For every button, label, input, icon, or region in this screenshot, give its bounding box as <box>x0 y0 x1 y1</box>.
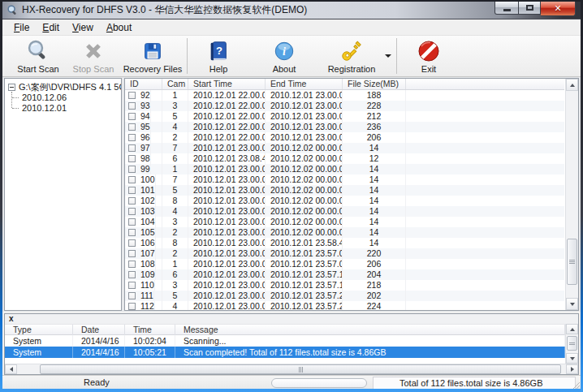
col-file-size[interactable]: File Size(MB) <box>343 79 406 89</box>
menu-edit[interactable]: Edit <box>36 20 66 35</box>
minimize-button[interactable] <box>494 2 519 15</box>
log-horizontal-scrollbar[interactable] <box>5 364 578 374</box>
row-checkbox[interactable] <box>128 166 136 173</box>
title-bar[interactable]: HX-Recovery for DHFS V3.0 - 华信大华监控数据恢复软件… <box>2 2 581 19</box>
menu-view[interactable]: View <box>66 20 100 35</box>
about-button[interactable]: i About <box>247 36 322 76</box>
row-checkbox[interactable] <box>128 123 136 131</box>
log-col-type[interactable]: Type <box>5 325 73 335</box>
table-row[interactable]: 103 4 2010.12.01 23.00.01 2010.12.02 00.… <box>125 206 564 217</box>
tree-root-item[interactable]: G:\案例\DVR\DHFS 4.1 5G.img <box>8 81 119 93</box>
scroll-down-icon[interactable] <box>566 353 578 364</box>
table-row[interactable]: 96 2 2010.12.01 22.00.00 2010.12.01 23.0… <box>125 132 564 143</box>
table-row[interactable]: 108 1 2010.12.01 23.00.02 2010.12.01 23.… <box>125 259 564 269</box>
menu-file[interactable]: File <box>7 20 36 35</box>
row-checkbox[interactable] <box>128 144 136 152</box>
row-checkbox[interactable] <box>128 229 136 236</box>
log-close-button[interactable]: x <box>9 315 14 323</box>
scroll-right-icon[interactable] <box>566 364 578 374</box>
col-id[interactable]: ID <box>125 79 162 89</box>
table-row[interactable]: 105 2 2010.12.01 23.00.01 2010.12.02 00.… <box>125 227 564 238</box>
log-col-message[interactable]: Message <box>175 325 565 335</box>
row-checkbox[interactable] <box>128 292 136 299</box>
start-scan-button[interactable]: Start Scan <box>11 36 66 76</box>
table-row[interactable]: 95 4 2010.12.01 22.00.01 2010.12.01 23.0… <box>125 122 564 132</box>
recovery-files-button[interactable]: Recovery Files <box>121 36 184 76</box>
cell-id: 102 <box>140 196 156 206</box>
row-checkbox[interactable] <box>128 250 136 257</box>
stop-scan-button[interactable]: Stop Scan <box>66 36 121 76</box>
registration-dropdown[interactable] <box>382 36 394 76</box>
table-row[interactable]: 93 3 2010.12.01 22.00.01 2010.12.01 23.0… <box>125 101 564 111</box>
col-start-time[interactable]: Start Time <box>188 79 266 89</box>
table-row[interactable]: 92 1 2010.12.01 22.00.00 2010.12.01 23.0… <box>125 90 564 101</box>
cell-start-time: 2010.12.01 22.00.01 <box>188 101 266 111</box>
scroll-down-icon[interactable] <box>566 298 578 310</box>
table-row[interactable]: 106 8 2010.12.01 23.00.01 2010.12.01 23.… <box>125 238 564 248</box>
log-vertical-scrollbar[interactable] <box>565 324 578 364</box>
scroll-up-icon[interactable] <box>566 79 578 91</box>
table-row[interactable]: 99 1 2010.12.01 23.00.01 2010.12.02 00.0… <box>125 164 564 174</box>
scroll-thumb[interactable] <box>40 364 561 374</box>
tree-date-label: 2010.12.06 <box>22 93 67 102</box>
collapse-icon[interactable] <box>8 84 15 91</box>
cell-file-size: 14 <box>343 174 406 185</box>
row-checkbox[interactable] <box>128 282 136 289</box>
log-row[interactable]: System 2014/4/16 10:05:21 Scan completed… <box>5 347 565 358</box>
cell-start-time: 2010.12.01 23.00.02 <box>188 174 266 185</box>
scroll-up-icon[interactable] <box>566 324 578 334</box>
row-checkbox[interactable] <box>128 197 136 205</box>
log-col-date[interactable]: Date <box>73 325 125 335</box>
row-checkbox[interactable] <box>128 155 136 162</box>
registration-button[interactable]: Registration <box>322 36 382 76</box>
table-row[interactable]: 109 6 2010.12.01 23.00.01 2010.12.01 23.… <box>125 269 564 280</box>
col-end-time[interactable]: End Time <box>266 79 343 89</box>
row-checkbox[interactable] <box>128 102 136 110</box>
table-row[interactable]: 102 8 2010.12.01 23.00.02 2010.12.02 00.… <box>125 196 564 206</box>
cell-start-time: 2010.12.01 23.00.01 <box>188 164 266 174</box>
exit-button[interactable]: Exit <box>399 36 458 76</box>
table-vertical-scrollbar[interactable] <box>565 79 578 310</box>
row-checkbox[interactable] <box>128 113 136 120</box>
row-checkbox[interactable] <box>128 239 136 247</box>
resize-grip[interactable] <box>572 381 580 389</box>
table-row[interactable]: 112 4 2010.12.01 23.00.02 2010.12.01 23.… <box>125 301 564 311</box>
tree-date-item[interactable]: 2010.12.06 <box>19 93 119 103</box>
row-checkbox[interactable] <box>128 187 136 194</box>
table-row[interactable]: 110 3 2010.12.01 23.00.02 2010.12.01 23.… <box>125 280 564 291</box>
table-row[interactable]: 97 7 2010.12.01 23.00.01 2010.12.02 00.0… <box>125 143 564 153</box>
table-row[interactable]: 111 5 2010.12.01 23.00.02 2010.12.01 23.… <box>125 291 564 301</box>
recovery-files-label: Recovery Files <box>123 64 183 74</box>
row-checkbox[interactable] <box>128 218 136 226</box>
scroll-left-icon[interactable] <box>5 364 17 374</box>
maximize-button[interactable] <box>519 2 541 15</box>
row-checkbox[interactable] <box>128 134 136 141</box>
table-row[interactable]: 101 5 2010.12.01 23.00.01 2010.12.02 00.… <box>125 185 564 196</box>
cell-cam: 1 <box>162 164 188 174</box>
row-checkbox[interactable] <box>128 176 136 183</box>
cell-end-time: 2010.12.02 00.00.01 <box>266 227 343 238</box>
table-row[interactable]: 100 7 2010.12.01 23.00.02 2010.12.02 00.… <box>125 174 564 185</box>
col-cam[interactable]: Cam <box>162 79 188 89</box>
scroll-thumb[interactable] <box>567 336 577 351</box>
close-button[interactable]: ✕ <box>541 2 576 16</box>
row-checkbox[interactable] <box>128 303 136 310</box>
cell-cam: 6 <box>162 269 188 280</box>
tree-date-item[interactable]: 2010.12.01 <box>19 103 119 114</box>
cell-id: 111 <box>140 291 154 301</box>
log-row[interactable]: System 2014/4/16 10:02:04 Scanning... <box>5 335 565 347</box>
help-button[interactable]: ? Help <box>190 36 247 76</box>
row-checkbox[interactable] <box>128 271 136 278</box>
scroll-thumb[interactable] <box>567 239 577 285</box>
table-row[interactable]: 104 3 2010.12.01 23.00.01 2010.12.02 00.… <box>125 217 564 227</box>
table-row[interactable]: 107 2 2010.12.01 23.00.02 2010.12.01 23.… <box>125 248 564 259</box>
row-checkbox[interactable] <box>128 208 136 215</box>
log-col-time[interactable]: Time <box>125 325 175 335</box>
table-row[interactable]: 94 5 2010.12.01 22.00.01 2010.12.01 23.0… <box>125 111 564 122</box>
row-checkbox[interactable] <box>128 261 136 268</box>
menu-about[interactable]: About <box>100 20 138 35</box>
table-row[interactable]: 98 6 2010.12.01 23.08.41 2010.12.02 00.0… <box>125 153 564 164</box>
floppy-disk-icon <box>141 38 164 64</box>
start-scan-label: Start Scan <box>17 64 58 74</box>
row-checkbox[interactable] <box>128 92 136 99</box>
